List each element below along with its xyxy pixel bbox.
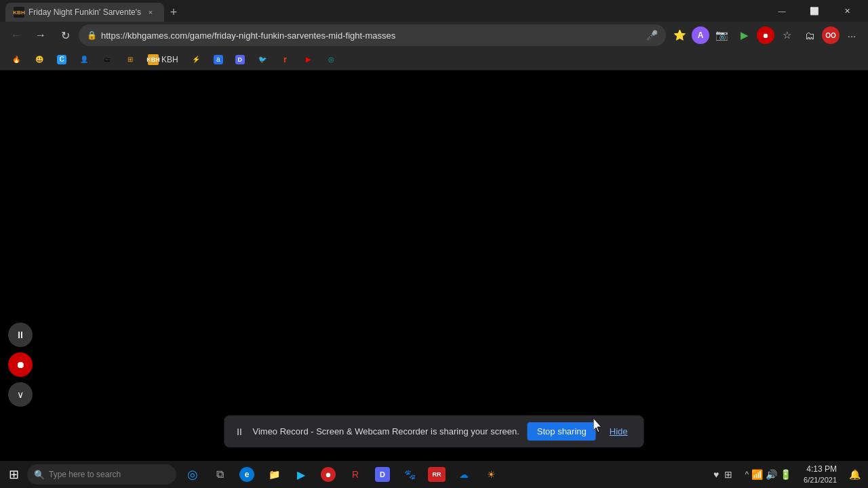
extensions-profile-icon[interactable]: OO [822, 26, 840, 44]
explorer-icon: 📁 [266, 466, 282, 483]
title-bar-left: KBH Friday Night Funkin' Sarvente's × + [5, 0, 183, 22]
navigation-bar: ← → ↻ 🔒 https://kbhgames.com/game/friday… [0, 22, 868, 49]
bookmark-reddit[interactable]: r [275, 52, 296, 68]
taskview-icon: ⧉ [212, 466, 228, 483]
new-tab-button[interactable]: + [164, 3, 183, 22]
more-options-icon[interactable]: ··· [841, 24, 863, 46]
bookmark-favicon-grid: ⊞ [125, 54, 136, 65]
expand-button[interactable]: ∨ [8, 382, 33, 407]
address-bar-icons: 🎤 [646, 30, 658, 41]
bookmark-fire[interactable]: 🔥 [5, 52, 27, 68]
taskbar-tray-icons: ^ 📶 🔊 🔋 [739, 469, 797, 480]
taskbar-app-onedrive[interactable]: ☁ [450, 461, 477, 488]
notification-icon[interactable]: 🔔 [844, 464, 865, 485]
bookmark-favicon-twitter: 🐦 [257, 54, 268, 65]
close-button[interactable]: ✕ [831, 0, 863, 22]
bookmark-favicon-teal: ◎ [326, 54, 337, 65]
network-icon[interactable]: 📶 [751, 469, 763, 480]
title-bar: KBH Friday Night Funkin' Sarvente's × + … [0, 0, 868, 22]
address-bar[interactable]: 🔒 https://kbhgames.com/game/friday-night… [79, 24, 666, 46]
taskbar-app-taskview[interactable]: ⧉ [206, 461, 233, 488]
bookmark-youtube[interactable]: ▶ [298, 52, 319, 68]
bookmark-teal[interactable]: ◎ [321, 52, 342, 68]
add-favorites-icon[interactable]: ☆ [776, 24, 797, 46]
bookmark-twitter[interactable]: 🐦 [252, 52, 273, 68]
record-float-button[interactable]: ⏺ [8, 352, 33, 377]
heart-icon[interactable]: ♥ [713, 469, 719, 480]
battery-icon[interactable]: 🔋 [780, 469, 791, 480]
bookmark-kbh[interactable]: KBH KBH [142, 52, 184, 68]
rr-icon: RR [428, 467, 446, 482]
taskbar-app-rr[interactable]: RR [423, 461, 450, 488]
taskbar-clock[interactable]: 4:13 PM 6/21/2021 [798, 464, 842, 485]
taskbar-app-edge[interactable]: e [233, 461, 260, 488]
favorites-icon[interactable]: ⭐ [669, 24, 690, 46]
bookmark-favicon-discord: D [235, 55, 245, 64]
bookmark-favicon-c: C [57, 55, 66, 64]
browser-camera-icon[interactable]: 📷 [711, 24, 732, 46]
grid-corner-icon[interactable]: ⊞ [724, 469, 732, 480]
bookmarks-bar: 🔥 😃 C 👤 🗂 ⊞ KBH KBH ⚡ a D 🐦 [0, 49, 868, 70]
active-tab[interactable]: KBH Friday Night Funkin' Sarvente's × [5, 3, 164, 22]
collections-icon[interactable]: 🗂 [799, 24, 821, 46]
tab-close-button[interactable]: × [145, 7, 156, 18]
clock-time: 4:13 PM [806, 464, 837, 475]
bookmark-kbh-label: KBH [161, 55, 178, 64]
tab-title: Friday Night Funkin' Sarvente's [28, 7, 141, 17]
bookmark-favicon-a: a [214, 55, 223, 64]
bookmark-folder[interactable]: 🗂 [96, 52, 118, 68]
taskbar-corner-icons: ♥ ⊞ [713, 469, 738, 480]
window-controls: — ⬜ ✕ [766, 0, 863, 22]
play-icon[interactable]: ▶ [734, 24, 755, 46]
minimize-button[interactable]: — [766, 0, 797, 22]
taskbar-app-explorer[interactable]: 📁 [260, 461, 288, 488]
sound-icon[interactable]: 🔊 [766, 469, 777, 480]
taskbar-app-paw[interactable]: 🐾 [396, 461, 423, 488]
paw-icon: 🐾 [401, 466, 418, 483]
bookmark-favicon-user: 👤 [79, 54, 90, 65]
bookmark-grid[interactable]: ⊞ [119, 52, 141, 68]
taskbar-app-discord[interactable]: D [369, 461, 396, 488]
forward-button[interactable]: → [30, 24, 52, 46]
bookmark-discord[interactable]: D [230, 52, 250, 68]
hide-button[interactable]: Hide [604, 422, 633, 441]
roblox-icon: R [347, 466, 363, 483]
taskbar-app-weather[interactable]: ☀ [477, 461, 505, 488]
tab-favicon: KBH [14, 7, 24, 18]
browser-chrome: KBH Friday Night Funkin' Sarvente's × + … [0, 0, 868, 70]
edge-icon: e [239, 467, 254, 482]
maximize-button[interactable]: ⬜ [799, 0, 830, 22]
bookmark-user[interactable]: 👤 [73, 52, 95, 68]
bookmark-favicon-lightning: ⚡ [191, 54, 201, 65]
bookmark-face[interactable]: 😃 [28, 52, 50, 68]
back-button[interactable]: ← [5, 24, 27, 46]
start-button[interactable]: ⊞ [0, 461, 27, 488]
taskbar-apps: ◎ ⧉ e 📁 ▶ ⏺ R D 🐾 RR ☁ [179, 461, 505, 488]
pause-button[interactable]: ⏸ [8, 323, 33, 347]
refresh-button[interactable]: ↻ [54, 24, 76, 46]
bookmark-c[interactable]: C [52, 52, 72, 68]
taskbar-right: ♥ ⊞ ^ 📶 🔊 🔋 4:13 PM 6/21/2021 🔔 [713, 461, 868, 488]
sharing-text: Vimeo Record - Screen & Webcam Recorder … [252, 426, 519, 436]
taskbar-app-cortana[interactable]: ◎ [179, 461, 206, 488]
bookmark-favicon-reddit: r [280, 54, 291, 65]
taskbar-app-roblox[interactable]: R [342, 461, 369, 488]
taskbar-app-red[interactable]: ⏺ [315, 461, 342, 488]
tab-strip: KBH Friday Night Funkin' Sarvente's × + [5, 0, 183, 22]
stop-sharing-button[interactable]: Stop sharing [528, 422, 596, 441]
floating-controls: ⏸ ⏺ ∨ [8, 323, 33, 407]
bookmark-a[interactable]: a [208, 52, 229, 68]
tray-chevron[interactable]: ^ [745, 470, 749, 479]
search-icon: 🔍 [34, 470, 45, 480]
bookmark-lightning[interactable]: ⚡ [185, 52, 207, 68]
record-button[interactable]: ⏺ [757, 26, 774, 44]
profile-avatar[interactable]: A [692, 26, 709, 44]
url-text: https://kbhgames.com/game/friday-night-f… [101, 30, 642, 41]
onedrive-icon: ☁ [456, 466, 472, 483]
weather-icon: ☀ [483, 466, 499, 483]
nav-right-icons: ⭐ A 📷 ▶ ⏺ ☆ 🗂 OO ··· [669, 24, 863, 46]
taskbar-search[interactable]: 🔍 Type here to search [27, 464, 176, 485]
bookmark-favicon-kbh: KBH [148, 54, 159, 65]
taskbar-app-vimeo[interactable]: ▶ [288, 461, 315, 488]
mic-icon[interactable]: 🎤 [646, 30, 658, 41]
